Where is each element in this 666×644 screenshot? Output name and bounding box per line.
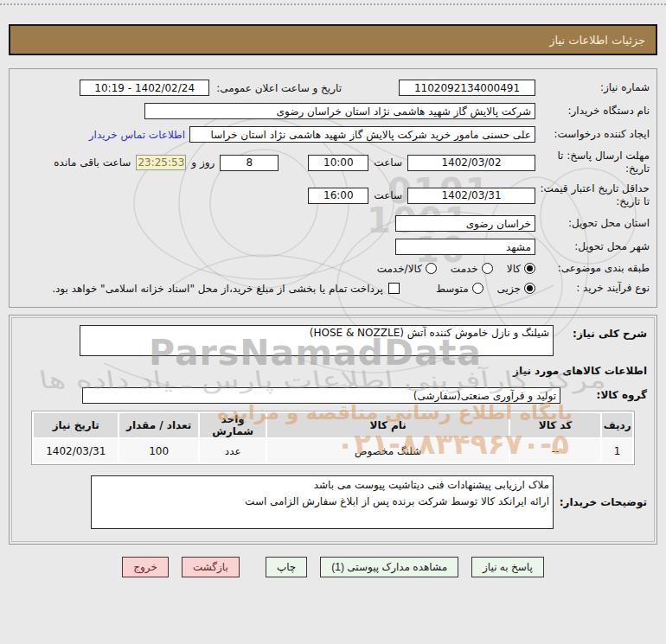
goods-panel-outer: شرح کلی نیاز: شیلنگ و نازل خاموش کننده آ… <box>9 315 657 545</box>
back-button[interactable]: بازگشت <box>182 557 240 577</box>
header-need-date: تاریخ نیاز <box>34 413 118 437</box>
radio-service-label: خدمت <box>451 263 478 275</box>
header-count-unit: واحد شمارش <box>200 413 266 437</box>
buyer-org-label: نام دستگاه خریدار: <box>535 105 650 118</box>
buyer-notes-line-1: ملاک ارزیابی پیشنهادات فنی دیتاشیت پیوست… <box>95 477 549 494</box>
radio-service[interactable] <box>482 263 493 274</box>
radio-partial[interactable] <box>524 283 535 294</box>
header-quantity: تعداد / مقدار <box>119 413 197 437</box>
buyer-org-field[interactable]: شرکت پالایش گاز شهید هاشمی نژاد استان خر… <box>144 103 535 119</box>
cell-goods-name: شلنگ مخصوص <box>267 439 508 462</box>
remaining-time-countdown: 23:25:53 <box>136 155 186 170</box>
announce-datetime-label: تاریخ و ساعت اعلان عمومی: <box>216 82 342 94</box>
radio-goods-service-label: کالا/خدمت <box>377 263 422 275</box>
row-buyer-org: نام دستگاه خریدار: شرکت پالایش گاز شهید … <box>16 103 650 119</box>
cell-need-date: 1402/03/31 <box>34 439 118 462</box>
radio-partial-label: جزیی <box>497 283 521 295</box>
buyer-contact-link[interactable]: اطلاعات تماس خریدار <box>89 129 185 141</box>
cell-quantity: 100 <box>119 439 197 462</box>
need-info-panel: شماره نیاز: 1102092134000491 تاریخ و ساع… <box>9 68 657 308</box>
need-description-field[interactable]: شیلنگ و نازل خاموش کننده آتش (HOSE & NOZ… <box>80 325 554 356</box>
cell-count-unit: عدد <box>200 439 266 462</box>
deadline-time-field[interactable]: 10:00 <box>308 155 368 171</box>
page-title: جزئیات اطلاعات نیاز <box>549 34 645 47</box>
treasury-checkbox-label: پرداخت تمام یا بخشی از مبلغ خرید،از محل … <box>52 283 383 295</box>
row-subject-classification: طبقه بندی موضوعی: کالا خدمت کالا/خدمت <box>16 262 650 275</box>
row-request-creator: ایجاد کننده درخواست: علی حسنی مامور خرید… <box>16 126 650 143</box>
request-creator-label: ایجاد کننده درخواست: <box>535 128 650 141</box>
view-attachments-button[interactable]: مشاهده مدارک پیوستی (1) <box>320 557 458 577</box>
deadline-date-field[interactable]: 1402/03/02 <box>407 155 535 171</box>
row-price-validity: حداقل تاریخ اعتبار قیمت: تا تاریخ: 1402/… <box>16 182 650 208</box>
need-number-label: شماره نیاز: <box>535 81 650 94</box>
validity-hour-label: ساعت <box>374 189 402 201</box>
need-description-label: شرح کلی نیاز: <box>554 325 647 341</box>
purchase-process-label: نوع فرآیند خرید : <box>535 282 650 295</box>
delivery-city-label: شهر محل تحویل: <box>535 240 650 253</box>
goods-info-heading: اطلاعات کالاهای مورد نیاز <box>19 365 647 377</box>
row-delivery-province: استان محل تحویل: خراسان رضوی <box>16 215 650 232</box>
radio-medium[interactable] <box>472 283 483 294</box>
goods-table-header-row: ردیف کد کالا نام کالا واحد شمارش تعداد /… <box>34 413 632 437</box>
subject-classification-label: طبقه بندی موضوعی: <box>535 262 650 275</box>
buyer-notes-label: توضیحات خریدار: <box>554 496 647 509</box>
radio-goods[interactable] <box>524 263 535 274</box>
deadline-hour-label: ساعت <box>374 156 402 169</box>
need-number-field[interactable]: 1102092134000491 <box>399 80 535 96</box>
radio-goods-label: کالا <box>507 263 521 275</box>
validity-time-field[interactable]: 16:00 <box>308 188 368 204</box>
validity-date-field[interactable]: 1402/03/31 <box>407 188 535 204</box>
print-button[interactable]: چاپ <box>266 557 307 577</box>
goods-group-field[interactable]: تولید و فرآوری صنعتی(سفارشی) <box>82 387 560 404</box>
row-need-number: شماره نیاز: 1102092134000491 تاریخ و ساع… <box>16 80 650 96</box>
top-dotted-divider <box>0 3 666 5</box>
goods-table-row: 1 -- شلنگ مخصوص عدد 100 1402/03/31 <box>34 439 632 462</box>
title-bar: جزئیات اطلاعات نیاز <box>9 24 657 55</box>
exit-button[interactable]: خروج <box>122 557 169 577</box>
response-deadline-label: مهلت ارسال پاسخ: تا تاریخ: <box>535 150 650 175</box>
radio-goods-service[interactable] <box>426 263 437 274</box>
header-goods-code: کد کالا <box>510 413 600 437</box>
price-validity-label: حداقل تاریخ اعتبار قیمت: تا تاریخ: <box>535 182 650 208</box>
goods-table: ردیف کد کالا نام کالا واحد شمارش تعداد /… <box>31 411 635 465</box>
delivery-city-field[interactable]: مشهد <box>395 239 535 255</box>
row-purchase-process: نوع فرآیند خرید : جزیی متوسط پرداخت تمام… <box>16 282 650 295</box>
respond-button[interactable]: پاسخ به نیاز <box>471 557 544 577</box>
delivery-province-field[interactable]: خراسان رضوی <box>395 215 535 232</box>
goods-info-panel: شرح کلی نیاز: شیلنگ و نازل خاموش کننده آ… <box>11 317 655 542</box>
goods-group-label: گروه کالا: <box>560 389 647 402</box>
process-option-medium: متوسط <box>436 283 483 295</box>
header-goods-name: نام کالا <box>267 413 508 437</box>
process-option-partial: جزیی <box>497 283 535 295</box>
row-delivery-city: شهر محل تحویل: مشهد <box>16 239 650 255</box>
treasury-checkbox[interactable] <box>388 283 400 294</box>
row-need-description: شرح کلی نیاز: شیلنگ و نازل خاموش کننده آ… <box>19 325 647 356</box>
request-creator-field[interactable]: علی حسنی مامور خرید شرکت پالایش گاز شهید… <box>189 126 535 143</box>
buyer-notes-field[interactable]: ملاک ارزیابی پیشنهادات فنی دیتاشیت پیوست… <box>91 475 554 529</box>
radio-medium-label: متوسط <box>436 283 469 295</box>
classification-option-service: خدمت <box>451 263 493 275</box>
classification-option-goods: کالا <box>507 263 535 275</box>
delivery-province-label: استان محل تحویل: <box>535 217 650 230</box>
cell-row-number: 1 <box>602 439 632 462</box>
cell-goods-code: -- <box>510 439 600 462</box>
header-row-number: ردیف <box>602 413 632 437</box>
remaining-days-field[interactable]: 8 <box>220 155 279 171</box>
row-buyer-notes: توضیحات خریدار: ملاک ارزیابی پیشنهادات ف… <box>19 475 647 529</box>
days-and-label: روز و <box>191 156 215 169</box>
announce-datetime-field[interactable]: 1402/02/24 - 10:19 <box>80 80 209 96</box>
row-response-deadline: مهلت ارسال پاسخ: تا تاریخ: 1402/03/02 سا… <box>16 150 650 175</box>
row-goods-group: گروه کالا: تولید و فرآوری صنعتی(سفارشی) <box>19 387 647 404</box>
remaining-hours-label: ساعت باقی مانده <box>54 156 131 169</box>
classification-option-goods-service: کالا/خدمت <box>377 263 437 275</box>
action-buttons-row: پاسخ به نیاز مشاهده مدارک پیوستی (1) چاپ… <box>0 557 666 577</box>
buyer-notes-line-2: ارائه ایرانکد کالا توسط شرکت برنده پس از… <box>95 494 549 510</box>
